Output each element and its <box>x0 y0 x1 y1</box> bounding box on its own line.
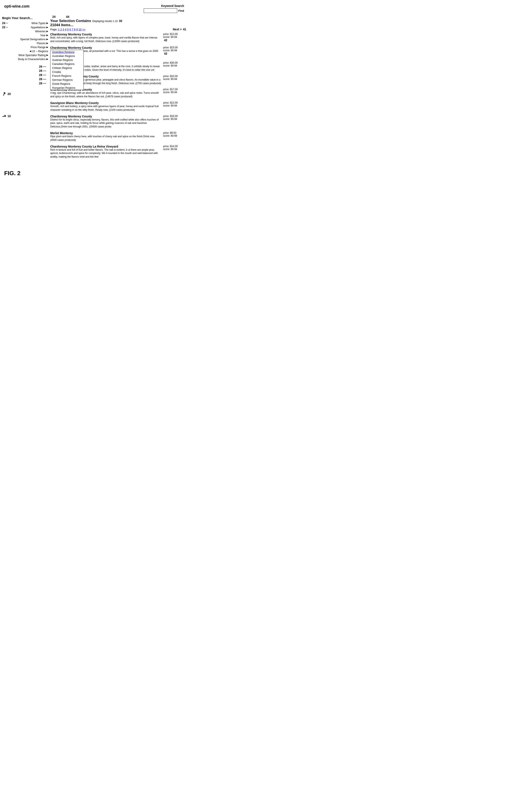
wine-price-value-7: price: $18.00 <box>163 115 186 118</box>
wine-info-6: Sauvignon Blanc Monterey County Smooth, … <box>50 101 161 112</box>
wine-item-6: Sauvignon Blanc Monterey County Smooth, … <box>50 101 186 112</box>
wine-price-2: price: $15.00 score: 90-94 42 <box>161 46 186 56</box>
wine-title-8: Merlot Monterey <box>50 132 161 135</box>
dropdown-item-hungarian[interactable]: Hungarian Regions <box>50 86 84 90</box>
annot-28a: 28 — <box>2 69 46 72</box>
dropdown-item-austrian[interactable]: Austrian Regions <box>50 58 84 62</box>
wine-title-9: Chardonnay Monterey County La Reina Vine… <box>50 145 161 148</box>
wine-price-value-4: price: $10.00 <box>163 75 186 78</box>
annot-24-top: 24 <box>52 15 56 18</box>
wine-info-8: Merlot Monterey Ripe plum and black cher… <box>50 132 161 142</box>
dropdown-item-canadian[interactable]: Canadian Regions <box>50 62 84 66</box>
sidebar-wineries-label: Wineries <box>35 30 46 33</box>
dropdown-item-argentine[interactable]: Argentine Regions <box>50 50 84 54</box>
keyword-row: Find <box>144 8 184 13</box>
wine-score-value-8: score: 80-89 <box>163 134 186 137</box>
page-next-arrows[interactable]: >> <box>82 28 85 31</box>
wine-score-value-4: score: 90-94 <box>163 78 186 81</box>
annot-42b: 42 <box>164 52 167 55</box>
wine-price-5: price: $17.00 score: 90-94 <box>161 88 186 98</box>
annot-28c: 28 — <box>2 78 46 81</box>
wine-price-1: price: $13.00 score: 90-94 42 <box>161 33 186 43</box>
dropdown-item-german[interactable]: German Regions <box>50 78 84 82</box>
annot-26: 26 — <box>2 65 46 68</box>
begin-search-label: Begin Your Search... <box>2 16 48 20</box>
wine-title-2: Chardonnay Monterey County <box>50 46 161 49</box>
fig-caption: FIG. 2 <box>0 170 188 177</box>
arrow-wine-spectator: ▶ <box>47 54 48 56</box>
sidebar-wine-types-label: Wine Types <box>8 21 46 25</box>
arrow-price: ▶ <box>47 46 48 49</box>
dropdown-item-french[interactable]: French Regions <box>50 74 84 78</box>
wine-title-1: Chardonnay Monterey County <box>50 33 161 36</box>
arrow-wine-types: ▶ <box>47 22 48 24</box>
wine-price-3: price: $30.00 score: 90-94 <box>161 61 186 72</box>
keyword-label: Keyword Search <box>161 4 184 7</box>
wine-desc-7: Distinct for its bright citrus, especial… <box>50 118 161 128</box>
arrow-10: ↗ <box>1 113 7 120</box>
arrow-20: ↗ <box>1 91 7 97</box>
arrow-appellations: ▶ <box>47 26 48 29</box>
sidebar-year-label: Year <box>40 34 46 37</box>
page-label: Page: <box>50 28 58 31</box>
arrow-regions-left: ◀ <box>30 50 31 53</box>
sidebar-appellations-label: Appellations <box>8 26 46 29</box>
wine-score-value-5: score: 90-94 <box>163 91 186 94</box>
next-section: Next > 41 <box>173 28 186 31</box>
dropdown-item-chilean[interactable]: Chilean Regions <box>50 66 84 70</box>
wine-info-7: Chardonnay Monterey County Distinct for … <box>50 115 161 128</box>
page-10[interactable]: 10 <box>78 28 82 31</box>
keyword-section: Keyword Search Find <box>144 4 184 13</box>
page-6[interactable]: 6 <box>69 28 71 31</box>
page-2[interactable]: 2 <box>60 28 62 31</box>
annot-20-section: ↗ 20 <box>2 91 48 97</box>
find-button[interactable]: Find <box>178 9 184 12</box>
page-1[interactable]: 1 <box>58 28 60 31</box>
regions-dropdown[interactable]: Argentine Regions Australian Regions Aus… <box>50 50 84 90</box>
wine-score-value-1: score: 90-94 <box>163 36 186 38</box>
pagination-row: Page: 1 2 3 4 5 6 7 8 9 10 >> Next > 41 <box>50 28 186 31</box>
page-7[interactable]: 7 <box>72 28 73 31</box>
wine-desc-8: Ripe plum and black cherry here, with to… <box>50 135 161 142</box>
selection-header: Your Selection Contains 21044 Items... D… <box>50 19 186 27</box>
top-annotations: 24 44 <box>50 15 186 18</box>
sidebar-flavors-label: Flavors <box>37 42 46 45</box>
wine-title-7: Chardonnay Monterey County <box>50 115 161 118</box>
wine-info-1: Chardonnay Monterey County Bold, rich an… <box>50 33 161 43</box>
wine-price-value-8: price: $9.00 <box>163 132 186 134</box>
annot-30: 30 <box>119 19 122 22</box>
wine-desc-6: Smooth, rich and buttery, a spicy wine w… <box>50 105 161 112</box>
keyword-input[interactable] <box>144 8 177 13</box>
page-9[interactable]: 9 <box>76 28 77 31</box>
sidebar-special-label: Special Designations <box>20 38 46 41</box>
page-5[interactable]: 5 <box>67 28 69 31</box>
next-link[interactable]: Next > <box>173 28 182 31</box>
wine-price-value-3: price: $30.00 <box>163 61 186 64</box>
wine-desc-5: A big, ripe Chardonnay, with an abundanc… <box>50 91 161 98</box>
page-4[interactable]: 4 <box>65 28 66 31</box>
content-area: 24 44 Your Selection Contains 21044 Item… <box>48 15 186 161</box>
header: opti-wine.com Keyword Search Find <box>0 2 188 15</box>
wine-score-value-7: score: 90-94 <box>163 118 186 121</box>
annot-44-top: 44 <box>66 15 69 18</box>
annot-10-section: ↗ 10 <box>2 114 48 119</box>
annot-28b: 28 — <box>2 73 46 76</box>
wine-score-value-6: score: 90-94 <box>163 104 186 107</box>
wine-price-value-1: price: $13.00 <box>163 33 186 36</box>
arrow-body: ▶ <box>47 58 48 61</box>
wine-score-value-3: score: 90-94 <box>163 64 186 67</box>
dropdown-item-australian[interactable]: Australian Regions <box>50 54 84 58</box>
wine-item-7: Chardonnay Monterey County Distinct for … <box>50 115 186 128</box>
page-8[interactable]: 8 <box>74 28 75 31</box>
annot-10: 10 <box>7 115 11 118</box>
selection-title: Your Selection Contains 21044 Items... <box>50 19 91 27</box>
wine-price-7: price: $18.00 score: 90-94 <box>161 115 186 128</box>
wine-price-value-9: price: $14.00 <box>163 145 186 148</box>
dropdown-item-croatia[interactable]: Croatia <box>50 70 84 74</box>
sidebar: Begin Your Search... 24 – Wine Types ▶ 2… <box>2 15 48 161</box>
dropdown-item-greek[interactable]: Greek Regions <box>50 82 84 86</box>
sidebar-price-label: Price Range <box>31 46 46 49</box>
arrow-flavors: ▶ <box>47 42 48 45</box>
wine-price-value-6: price: $12.00 <box>163 101 186 104</box>
page-3[interactable]: 3 <box>63 28 64 31</box>
